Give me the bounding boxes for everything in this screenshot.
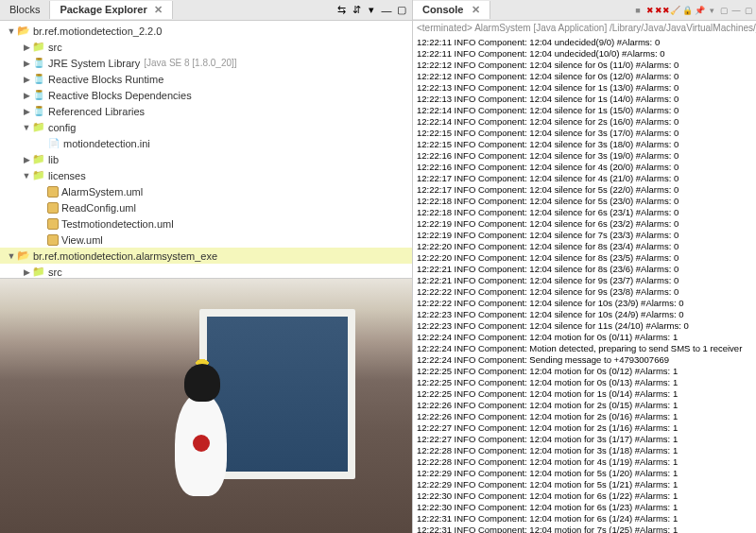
console-line: 12:22:31 INFO Component: 12:04 motion fo…: [417, 524, 752, 533]
collapse-icon[interactable]: ▼: [21, 122, 32, 133]
console-line: 12:22:14 INFO Component: 12:04 silence f…: [417, 116, 752, 128]
console-line: 12:22:14 INFO Component: 12:04 silence f…: [417, 105, 752, 116]
console-line: 12:22:17 INFO Component: 12:04 silence f…: [417, 184, 752, 196]
tab-console[interactable]: Console ✕: [413, 1, 490, 19]
console-line: 12:22:25 INFO Component: 12:04 motion fo…: [417, 366, 752, 377]
console-line: 12:22:30 INFO Component: 12:04 motion fo…: [417, 502, 752, 513]
tree-item[interactable]: ▼licenses: [0, 167, 412, 183]
expand-icon[interactable]: ▶: [21, 42, 32, 53]
pin-console-icon[interactable]: 📌: [694, 5, 705, 16]
tree-item[interactable]: ▶JRE System Library[Java SE 8 [1.8.0_20]…: [0, 55, 412, 71]
console-line: 12:22:17 INFO Component: 12:04 silence f…: [417, 173, 752, 184]
tree-item[interactable]: motiondetection.ini: [0, 135, 412, 151]
console-tab-label: Console: [422, 4, 463, 15]
tree-item[interactable]: ▼br.ref.motiondetection_2.2.0: [0, 23, 412, 39]
console-line: 12:22:20 INFO Component: 12:04 silence f…: [417, 241, 752, 252]
console-line: 12:22:31 INFO Component: 12:04 motion fo…: [417, 513, 752, 524]
remove-all-icon[interactable]: ✖✖: [657, 5, 668, 16]
console-line: 12:22:27 INFO Component: 12:04 motion fo…: [417, 434, 752, 445]
console-line: 12:22:24 INFO Component: 12:04 motion fo…: [417, 332, 752, 343]
tree-item[interactable]: ▼config: [0, 119, 412, 135]
expand-icon[interactable]: ▶: [21, 90, 32, 101]
console-line: 12:22:26 INFO Component: 12:04 motion fo…: [417, 411, 752, 422]
console-line: 12:22:11 INFO Component: 12:04 undecided…: [417, 37, 752, 48]
expand-icon[interactable]: ▶: [21, 58, 32, 69]
project-icon: [17, 25, 30, 38]
explorer-tab-bar: BlocksPackage Explorer ✕ ⇆ ⇵ ▾ — ▢: [0, 0, 412, 21]
spacer: [36, 218, 47, 230]
expand-icon[interactable]: ▶: [21, 154, 32, 165]
tree-item[interactable]: ▶src: [0, 39, 412, 55]
console-output[interactable]: 12:22:11 INFO Component: 12:04 undecided…: [413, 35, 756, 533]
min-icon[interactable]: —: [730, 5, 742, 16]
console-line: 12:22:11 INFO Component: 12:04 undecided…: [417, 48, 752, 60]
expand-icon[interactable]: ▶: [21, 74, 32, 85]
console-line: 12:22:24 INFO Component: Motion detected…: [417, 343, 752, 354]
tree-item[interactable]: ▼br.ref.motiondetection.alarmsystem_exe: [0, 248, 412, 264]
spacer: [36, 202, 47, 214]
tree-item[interactable]: ReadConfig.uml: [0, 199, 412, 215]
maximize-view-icon[interactable]: ▢: [395, 4, 408, 17]
open-console-icon[interactable]: ▢: [718, 5, 730, 16]
console-line: 12:22:29 INFO Component: 12:04 motion fo…: [417, 468, 752, 479]
collapse-all-icon[interactable]: ⇆: [335, 4, 348, 17]
tree-item[interactable]: ▶Reactive Blocks Dependencies: [0, 87, 412, 103]
collapse-icon[interactable]: ▼: [6, 250, 17, 262]
lib-icon: [32, 57, 45, 70]
minimize-view-icon[interactable]: —: [380, 4, 393, 17]
console-line: 12:22:28 INFO Component: 12:04 motion fo…: [417, 445, 752, 456]
tree-item-label: br.ref.motiondetection.alarmsystem_exe: [33, 250, 217, 262]
console-tab-bar: Console ✕ ■ ✖ ✖✖ 🧹 🔒 📌 ▾ ▢ — ▢: [413, 0, 756, 21]
close-icon[interactable]: ✕: [151, 4, 163, 15]
console-line: 12:22:27 INFO Component: 12:04 motion fo…: [417, 422, 752, 434]
console-line: 12:22:22 INFO Component: 12:04 silence f…: [417, 286, 752, 298]
tree-item[interactable]: ▶src: [0, 264, 412, 278]
spacer: [36, 138, 47, 149]
uml-icon: [47, 234, 59, 246]
console-line: 12:22:16 INFO Component: 12:04 silence f…: [417, 150, 752, 162]
collapse-icon[interactable]: ▼: [21, 170, 32, 181]
max-icon[interactable]: ▢: [743, 5, 754, 16]
tree-item[interactable]: AlarmSystem.uml: [0, 183, 412, 199]
explorer-toolbar: ⇆ ⇵ ▾ — ▢: [335, 4, 412, 17]
tree-item-label: src: [48, 42, 62, 53]
tab-package-explorer[interactable]: Package Explorer ✕: [50, 1, 172, 19]
expand-icon[interactable]: ▶: [21, 266, 32, 278]
clear-console-icon[interactable]: 🧹: [669, 5, 680, 16]
folder-icon: [32, 169, 45, 182]
folder-icon: [32, 41, 45, 54]
uml-icon: [47, 202, 59, 214]
console-line: 12:22:22 INFO Component: 12:04 silence f…: [417, 298, 752, 309]
tree-item-label: Testmotiondetection.uml: [61, 218, 174, 230]
video-preview: [0, 278, 412, 533]
lib-icon: [32, 89, 45, 102]
tree-item-label: lib: [48, 154, 59, 165]
package-explorer-tree[interactable]: ▼br.ref.motiondetection_2.2.0▶src▶JRE Sy…: [0, 21, 412, 278]
view-menu-icon[interactable]: ▾: [365, 4, 378, 17]
folder-icon: [32, 266, 45, 279]
console-line: 12:22:25 INFO Component: 12:04 motion fo…: [417, 377, 752, 388]
collapse-icon[interactable]: ▼: [6, 26, 17, 37]
terminate-icon[interactable]: ■: [632, 5, 644, 16]
tree-item-label: ReadConfig.uml: [61, 202, 136, 214]
folder-icon: [32, 121, 45, 134]
display-selected-icon[interactable]: ▾: [706, 5, 717, 16]
tree-item[interactable]: ▶Referenced Libraries: [0, 103, 412, 119]
console-line: 12:22:23 INFO Component: 12:04 silence f…: [417, 309, 752, 320]
tree-item-label: Reactive Blocks Dependencies: [48, 90, 192, 101]
tree-item[interactable]: Testmotiondetection.uml: [0, 215, 412, 232]
tree-item[interactable]: View.uml: [0, 232, 412, 248]
console-toolbar: ■ ✖ ✖✖ 🧹 🔒 📌 ▾ ▢ — ▢: [632, 5, 756, 16]
right-pane: Console ✕ ■ ✖ ✖✖ 🧹 🔒 📌 ▾ ▢ — ▢ <terminat…: [413, 0, 756, 533]
tree-item[interactable]: ▶Reactive Blocks Runtime: [0, 71, 412, 87]
expand-icon[interactable]: ▶: [21, 106, 32, 117]
tree-item-label: motiondetection.ini: [63, 138, 150, 149]
link-editor-icon[interactable]: ⇵: [350, 4, 363, 17]
spacer: [36, 186, 47, 198]
console-line: 12:22:19 INFO Component: 12:04 silence f…: [417, 218, 752, 230]
scroll-lock-icon[interactable]: 🔒: [681, 5, 693, 16]
tree-item[interactable]: ▶lib: [0, 151, 412, 167]
penguin-figure: [161, 350, 241, 506]
tab-blocks[interactable]: Blocks: [0, 1, 50, 19]
close-icon[interactable]: ✕: [472, 4, 480, 15]
